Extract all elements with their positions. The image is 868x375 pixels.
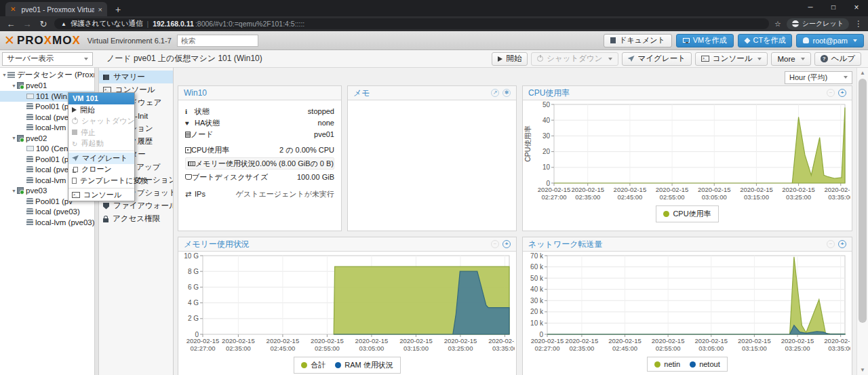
legend-dot-icon bbox=[690, 361, 696, 368]
tree-item-pve01[interactable]: ▼pve01 bbox=[0, 81, 94, 92]
collapse-icon[interactable]: − bbox=[827, 240, 835, 248]
context-menu-title: VM 101 bbox=[68, 93, 134, 104]
status-label: メモリー使用状況 bbox=[195, 159, 256, 169]
search-input[interactable] bbox=[177, 35, 258, 47]
context-menu-item-4[interactable]: マイグレート bbox=[68, 153, 134, 164]
tree-item-local-lvm-pve03-[interactable]: local-lvm (pve03) bbox=[0, 217, 94, 228]
context-menu-item-5[interactable]: クローン bbox=[68, 164, 134, 176]
create-vm-button[interactable]: VMを作成 bbox=[676, 34, 734, 47]
notes-content[interactable] bbox=[348, 100, 516, 231]
context-menu-item-3[interactable]: 再起動 bbox=[68, 138, 134, 150]
bookmark-star-icon[interactable]: ☆ bbox=[774, 20, 781, 28]
legend-item[interactable]: RAM 使用状況 bbox=[335, 360, 393, 370]
logo-text: PRO bbox=[17, 34, 44, 47]
collapse-icon[interactable]: − bbox=[491, 240, 499, 248]
expander-icon[interactable]: ▼ bbox=[11, 83, 17, 88]
version-label: Virtual Environment 6.1-7 bbox=[87, 37, 172, 45]
storage-icon bbox=[26, 166, 33, 173]
url-separator: | bbox=[146, 20, 149, 28]
stop-icon bbox=[72, 130, 77, 135]
window-close-icon[interactable]: × bbox=[845, 0, 868, 16]
docs-button[interactable]: ドキュメント bbox=[604, 34, 672, 47]
expander-icon[interactable]: ▼ bbox=[11, 136, 17, 140]
header-buttons: ドキュメントVMを作成CTを作成root@pam bbox=[604, 34, 864, 47]
vertical-scrollbar[interactable]: ▲ ▼ bbox=[856, 68, 868, 375]
undock-icon[interactable]: + bbox=[502, 240, 511, 248]
nav-item-jp-0[interactable]: サマリー bbox=[99, 71, 173, 83]
legend-box: netinnetout bbox=[647, 357, 727, 372]
status-value: stopped bbox=[308, 107, 334, 115]
network-chart-legend: netinnetout bbox=[523, 357, 852, 374]
expander-icon[interactable]: ▼ bbox=[11, 189, 17, 193]
svg-text:2020-02-1502:27:00: 2020-02-1502:27:00 bbox=[186, 337, 220, 352]
svg-text:6 G: 6 G bbox=[188, 283, 199, 291]
reload-icon[interactable]: ↻ bbox=[38, 19, 49, 29]
gear-icon[interactable]: ✱ bbox=[502, 89, 511, 97]
window-minimize-icon[interactable]: ─ bbox=[799, 0, 822, 16]
svg-text:60 k: 60 k bbox=[530, 263, 544, 271]
console-button[interactable]: コンソール bbox=[695, 52, 768, 66]
undock-icon[interactable]: + bbox=[838, 240, 846, 248]
status-value: 100.00 GiB bbox=[297, 173, 334, 181]
status-label: ブートディスクサイズ bbox=[192, 172, 268, 182]
network-traffic-panel: ネットワーク転送量 − + 010 k20 k30 k40 k50 k60 k7… bbox=[522, 237, 852, 375]
window-maximize-icon[interactable]: □ bbox=[822, 0, 845, 16]
forward-icon[interactable]: → bbox=[22, 19, 33, 29]
button-label: ヘルプ bbox=[831, 54, 855, 64]
period-select-label: Hour (平均) bbox=[789, 73, 827, 83]
scrollbar-thumb[interactable] bbox=[859, 79, 867, 323]
tree-item-local-pve03-[interactable]: local (pve03) bbox=[0, 207, 94, 218]
incognito-badge: シークレット bbox=[787, 18, 849, 30]
new-tab-button[interactable]: + bbox=[110, 4, 126, 16]
migrate-button[interactable]: マイグレート bbox=[622, 52, 692, 66]
scroll-up-icon[interactable]: ▲ bbox=[857, 68, 868, 78]
arrows-icon bbox=[185, 190, 195, 199]
svg-text:2020-02-1502:35:00: 2020-02-1502:35:00 bbox=[571, 186, 604, 201]
back-icon[interactable]: ← bbox=[5, 19, 16, 29]
legend-dot-icon bbox=[654, 361, 660, 368]
svg-text:2020-02-1502:27:00: 2020-02-1502:27:00 bbox=[538, 186, 571, 201]
proxmox-logo: ✕ PROXMOX bbox=[4, 33, 81, 48]
legend-item[interactable]: 合計 bbox=[301, 360, 326, 370]
context-menu-item-1[interactable]: シャットダウン bbox=[68, 116, 134, 127]
caret-icon bbox=[757, 58, 762, 60]
svg-text:2020-02-1502:27:00: 2020-02-1502:27:00 bbox=[531, 337, 564, 352]
browser-tab[interactable]: ✕ pve01 - Proxmox Virtual Environm × bbox=[5, 2, 107, 16]
security-warning-text[interactable]: 保護されていない通信 bbox=[71, 19, 142, 28]
context-menu-item-2[interactable]: 停止 bbox=[68, 127, 134, 138]
button-label: More bbox=[777, 55, 795, 63]
legend-item[interactable]: netout bbox=[690, 360, 720, 368]
legend-item[interactable]: CPU使用率 bbox=[663, 209, 711, 219]
more-button[interactable]: More bbox=[771, 52, 810, 66]
user-menu-button[interactable]: root@pam bbox=[796, 34, 864, 47]
browser-menu-icon[interactable]: ⋮ bbox=[854, 19, 863, 28]
shutdown-button[interactable]: シャットダウン bbox=[531, 52, 618, 66]
svg-text:2020-02-1502:45:00: 2020-02-1502:45:00 bbox=[608, 337, 642, 352]
context-menu-item-7[interactable]: コンソール bbox=[68, 190, 134, 201]
collapse-icon[interactable]: − bbox=[827, 89, 835, 97]
start-button[interactable]: 開始 bbox=[492, 52, 528, 66]
tree-item-label: Pool01 (pv bbox=[35, 197, 73, 205]
context-menu-item-6[interactable]: テンプレートに変換 bbox=[68, 175, 134, 186]
status-label: ノード bbox=[191, 130, 214, 140]
status-value: 0.00% (8.00 GiBの 0 B) bbox=[256, 159, 334, 169]
legend-item[interactable]: netin bbox=[654, 360, 680, 368]
undock-icon[interactable]: + bbox=[838, 89, 846, 97]
svg-text:4 G: 4 G bbox=[188, 299, 199, 307]
help-button[interactable]: ヘルプ bbox=[814, 52, 861, 66]
svg-text:2020-02-1502:45:00: 2020-02-1502:45:00 bbox=[267, 337, 300, 352]
tree-item--proxmoxc[interactable]: ▼データセンター (ProxmoxC bbox=[0, 70, 94, 81]
period-select[interactable]: Hour (平均) bbox=[785, 71, 852, 84]
scroll-down-icon[interactable]: ▼ bbox=[857, 365, 868, 375]
create-ct-button[interactable]: CTを作成 bbox=[738, 34, 793, 47]
url-bar[interactable]: ▲ 保護されていない通信 | 192.168.0.11:8006/#v1:0:=… bbox=[54, 18, 769, 29]
svg-text:50 k: 50 k bbox=[530, 275, 544, 282]
notes-edit-icon[interactable]: ↗ bbox=[491, 89, 499, 97]
expander-icon[interactable]: ▼ bbox=[1, 73, 7, 77]
context-menu-item-0[interactable]: 開始 bbox=[68, 104, 134, 116]
svg-text:10 G: 10 G bbox=[184, 252, 199, 260]
nav-item-jp-11[interactable]: アクセス権限 bbox=[99, 212, 173, 225]
menu-separator bbox=[68, 151, 134, 151]
tab-close-icon[interactable]: × bbox=[98, 5, 102, 14]
server-view-select[interactable]: サーバー表示 bbox=[2, 52, 93, 66]
